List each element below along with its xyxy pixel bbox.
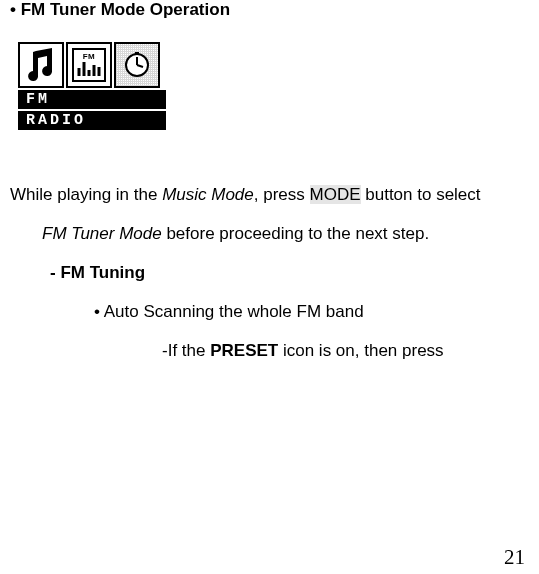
fm-tuner-mode-text: FM Tuner Mode	[42, 224, 162, 243]
instruction-line-1: While playing in the Music Mode, press M…	[10, 175, 529, 214]
music-mode-text: Music Mode	[162, 185, 254, 204]
page-number: 21	[504, 545, 525, 570]
text: , press	[254, 185, 310, 204]
fm-icon-label: FM	[82, 52, 97, 61]
sub-heading-fm-tuning: - FM Tuning	[10, 253, 529, 292]
svg-rect-3	[135, 52, 139, 55]
preset-label: PRESET	[210, 341, 278, 360]
text: While playing in the	[10, 185, 162, 204]
clock-icon	[114, 42, 160, 88]
text: before proceeding to the next step.	[162, 224, 429, 243]
screen-line-2: RADIO	[18, 111, 166, 130]
music-note-icon	[18, 42, 64, 88]
bullet-auto-scanning: • Auto Scanning the whole FM band	[10, 292, 529, 331]
instruction-line-2: FM Tuner Mode before proceeding to the n…	[10, 214, 529, 253]
section-heading: • FM Tuner Mode Operation	[10, 0, 529, 20]
sub-bullet-preset: -If the PRESET icon is on, then press	[10, 331, 529, 370]
text: -If the	[162, 341, 210, 360]
fm-radio-icon: FM	[66, 42, 112, 88]
equalizer-bars-icon	[78, 62, 101, 76]
mode-button-label: MODE	[310, 185, 361, 204]
text: button to select	[361, 185, 481, 204]
device-screen-illustration: FM FM	[18, 42, 529, 130]
screen-line-1: FM	[18, 90, 166, 109]
text: icon is on, then press	[278, 341, 443, 360]
